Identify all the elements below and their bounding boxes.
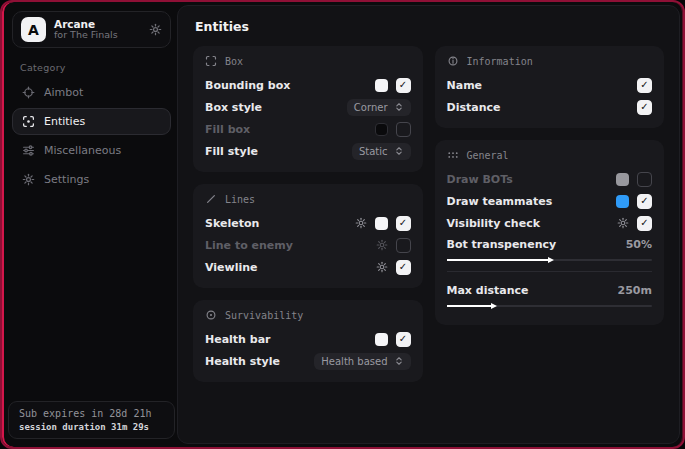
distance-row: Distance ✓ [447,96,653,118]
viewline-row: Viewline ✓ [205,256,411,278]
box-card-header: Box [205,55,411,67]
line-to-enemy-checkbox[interactable]: ✓ [396,238,411,253]
skeleton-settings-gear-icon[interactable] [355,217,367,229]
card-header-label: Lines [225,194,255,205]
chevron-up-down-icon [394,102,404,112]
draw-teammates-row: Draw teammates ✓ [447,190,653,212]
divider [447,271,653,272]
row-label: Health style [205,355,314,368]
row-label: Bot transpenency [447,238,626,251]
sidebar-item-label: Aimbot [44,86,83,99]
bounding-box-checkbox[interactable]: ✓ [396,78,411,93]
scan-box-icon [22,115,35,128]
bot-transparency-row: Bot transpenency 50% [447,234,653,254]
card-header-label: General [467,150,509,161]
max-distance-value: 250m [618,284,652,297]
general-card-header: General [447,149,653,161]
draw-teammates-color-swatch[interactable] [616,195,629,208]
draw-bots-checkbox[interactable]: ✓ [637,172,652,187]
sidebar-item-settings[interactable]: Settings [12,166,171,193]
gear-icon [22,173,35,186]
row-label: Draw teammates [447,195,617,208]
box-style-select[interactable]: Corner [347,99,411,116]
row-label: Line to enemy [205,239,376,252]
row-label: Box style [205,101,347,114]
visibility-check-checkbox[interactable]: ✓ [637,216,652,231]
brand-gear-icon[interactable] [149,23,162,36]
dot-grid-icon [447,149,459,161]
information-card: Information Name ✓ Distance ✓ [435,46,665,128]
bot-transparency-slider[interactable] [447,256,653,265]
select-value: Corner [354,102,388,113]
bounding-box-row: Bounding box ✓ [205,74,411,96]
draw-bots-color-swatch[interactable] [616,173,629,186]
line-to-enemy-row: Line to enemy ✓ [205,234,411,256]
lines-card-header: Lines [205,193,411,205]
draw-teammates-checkbox[interactable]: ✓ [637,194,652,209]
row-label: Skeleton [205,217,355,230]
general-card: General Draw BOTs ✓ Draw teammates [435,140,665,325]
sidebar-item-aimbot[interactable]: Aimbot [12,79,171,106]
crosshair-icon [22,86,35,99]
fill-box-checkbox[interactable]: ✓ [396,122,411,137]
health-bar-color-swatch[interactable] [375,333,388,346]
distance-checkbox[interactable]: ✓ [637,100,652,115]
row-label: Fill box [205,123,375,136]
chevron-up-down-icon [394,356,404,366]
row-label: Max distance [447,284,618,297]
name-checkbox[interactable]: ✓ [637,78,652,93]
fill-box-color-swatch[interactable] [375,123,388,136]
brand-logo: A [21,17,46,42]
right-column: Information Name ✓ Distance ✓ Gen [435,46,665,382]
info-icon [447,55,459,67]
left-column: Box Bounding box ✓ Box style Corner [193,46,423,382]
slider-thumb[interactable] [548,257,554,263]
sub-expiry-text: Sub expires in 28d 21h [19,408,164,419]
visibility-check-row: Visibility check ✓ [447,212,653,234]
row-label: Distance [447,101,638,114]
health-bar-checkbox[interactable]: ✓ [396,332,411,347]
category-label: Category [20,62,177,73]
draw-bots-row: Draw BOTs ✓ [447,168,653,190]
lines-card: Lines Skeleton ✓ Line to enemy [193,184,423,288]
fill-style-select[interactable]: Static [352,143,411,160]
card-header-label: Survivability [225,310,303,321]
sidebar-item-label: Entities [44,115,85,128]
visibility-settings-gear-icon[interactable] [617,217,629,229]
health-bar-row: Health bar ✓ [205,328,411,350]
brand-initial: A [28,22,39,38]
subscription-footer: Sub expires in 28d 21h session duration … [8,401,175,439]
skeleton-checkbox[interactable]: ✓ [396,216,411,231]
max-distance-row: Max distance 250m [447,280,653,300]
viewline-checkbox[interactable]: ✓ [396,260,411,275]
max-distance-slider[interactable] [447,302,653,311]
sidebar: A Arcane for The Finals Category Aimbot … [6,4,177,445]
line-to-enemy-settings-gear-icon[interactable] [376,239,388,251]
target-icon [205,309,217,321]
card-header-label: Box [225,56,243,67]
box-style-row: Box style Corner [205,96,411,118]
name-row: Name ✓ [447,74,653,96]
row-label: Fill style [205,145,352,158]
sidebar-item-miscellaneous[interactable]: Miscellaneous [12,137,171,164]
bot-transparency-value: 50% [626,238,652,251]
sidebar-item-label: Miscellaneous [44,144,121,157]
box-corners-icon [205,55,217,67]
health-style-select[interactable]: Health based [314,353,410,370]
session-duration-text: session duration 31m 29s [19,422,164,432]
row-label: Name [447,79,638,92]
select-value: Static [359,146,388,157]
chevron-up-down-icon [394,146,404,156]
sidebar-item-entities[interactable]: Entities [12,108,171,135]
slider-thumb[interactable] [491,303,497,309]
row-label: Viewline [205,261,376,274]
row-label: Bounding box [205,79,375,92]
row-label: Visibility check [447,217,618,230]
bounding-box-color-swatch[interactable] [375,79,388,92]
skeleton-color-swatch[interactable] [375,217,388,230]
sliders-icon [22,144,35,157]
slider-fill [447,305,492,307]
brand-card: A Arcane for The Finals [12,11,171,48]
information-card-header: Information [447,55,653,67]
viewline-settings-gear-icon[interactable] [376,261,388,273]
